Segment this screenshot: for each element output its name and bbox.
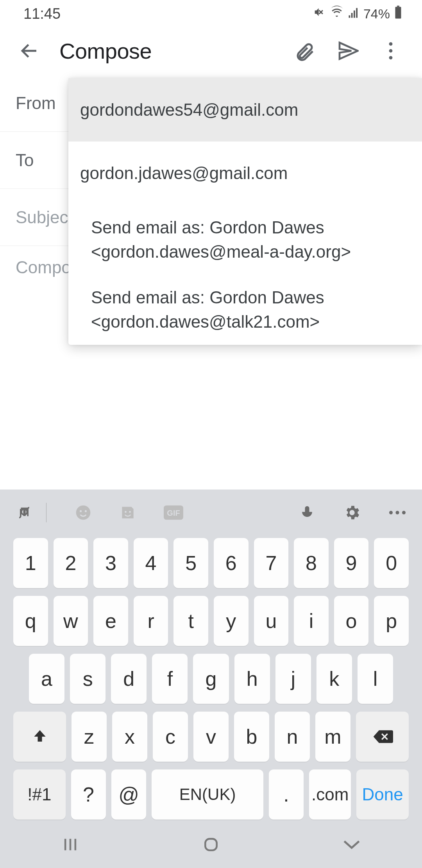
key-w[interactable]: w <box>54 596 88 646</box>
key-h[interactable]: h <box>234 654 270 704</box>
kb-row-bottom: !#1 ? @ EN(UK) . .com Done <box>13 769 409 820</box>
from-label: From <box>16 93 56 113</box>
kb-row-qwerty: q w e r t y u i o p <box>13 596 409 646</box>
from-option-1[interactable]: gordon.jdawes@gmail.com <box>68 142 422 205</box>
svg-point-13 <box>129 511 131 513</box>
key-f[interactable]: f <box>152 654 188 704</box>
svg-point-12 <box>125 511 127 513</box>
key-g[interactable]: g <box>193 654 229 704</box>
key-n[interactable]: n <box>275 712 310 762</box>
nav-home[interactable] <box>188 829 234 860</box>
subject-placeholder: Subject <box>16 208 73 227</box>
key-t[interactable]: t <box>173 596 208 646</box>
svg-text:GIF: GIF <box>167 509 180 517</box>
key-s[interactable]: s <box>70 654 106 704</box>
nav-back[interactable] <box>328 829 375 860</box>
svg-point-11 <box>85 510 87 512</box>
svg-point-18 <box>402 511 406 515</box>
key-l[interactable]: l <box>358 654 393 704</box>
key-6[interactable]: 6 <box>214 538 249 588</box>
kb-row-zxcv: z x c v b n m <box>13 712 409 762</box>
keyboard-toolbar: T GIF <box>0 490 422 536</box>
svg-rect-24 <box>205 839 216 850</box>
key-b[interactable]: b <box>234 712 269 762</box>
key-r[interactable]: r <box>134 596 168 646</box>
from-option-2[interactable]: Send email as: Gordon Dawes <gordon.dawe… <box>68 204 422 274</box>
key-4[interactable]: 4 <box>134 538 168 588</box>
app-bar-actions <box>293 39 410 63</box>
svg-point-10 <box>80 510 82 512</box>
key-y[interactable]: y <box>214 596 249 646</box>
key-done[interactable]: Done <box>356 769 409 820</box>
key-9[interactable]: 9 <box>334 538 369 588</box>
key-symbols[interactable]: !#1 <box>13 769 66 820</box>
key-7[interactable]: 7 <box>254 538 289 588</box>
kb-row-numbers: 1 2 3 4 5 6 7 8 9 0 <box>13 538 409 588</box>
key-5[interactable]: 5 <box>173 538 208 588</box>
svg-rect-2 <box>396 10 401 18</box>
key-c[interactable]: c <box>153 712 188 762</box>
mute-vibrate-icon <box>313 5 326 22</box>
attach-button[interactable] <box>293 39 316 63</box>
text-correction-icon[interactable]: T <box>16 504 33 521</box>
svg-rect-1 <box>397 5 399 7</box>
key-p[interactable]: p <box>374 596 409 646</box>
key-z[interactable]: z <box>72 712 107 762</box>
key-x[interactable]: x <box>112 712 147 762</box>
key-u[interactable]: u <box>254 596 289 646</box>
toolbar-divider <box>46 503 46 522</box>
more-button[interactable] <box>379 39 402 63</box>
svg-marker-4 <box>340 43 358 59</box>
key-e[interactable]: e <box>93 596 128 646</box>
sticker-icon[interactable] <box>119 504 136 521</box>
key-v[interactable]: v <box>193 712 229 762</box>
app-bar-title: Compose <box>47 38 293 64</box>
send-button[interactable] <box>336 39 359 63</box>
status-time: 11:45 <box>23 5 61 22</box>
mic-icon[interactable] <box>299 504 316 521</box>
key-m[interactable]: m <box>315 712 350 762</box>
key-q[interactable]: q <box>13 596 48 646</box>
svg-point-9 <box>76 506 91 520</box>
gif-icon[interactable]: GIF <box>164 505 183 520</box>
svg-point-17 <box>396 511 399 515</box>
key-i[interactable]: i <box>294 596 329 646</box>
expand-icon[interactable] <box>388 510 406 515</box>
wifi-icon <box>330 5 344 23</box>
nav-recents[interactable] <box>47 829 94 860</box>
from-dropdown: gordondawes54@gmail.com gordon.jdawes@gm… <box>68 78 422 345</box>
to-label: To <box>16 151 34 170</box>
battery-icon <box>394 5 402 23</box>
key-at[interactable]: @ <box>111 769 146 820</box>
back-button[interactable] <box>12 33 47 68</box>
app-bar: Compose <box>0 27 422 74</box>
svg-point-7 <box>389 56 393 59</box>
key-space[interactable]: EN(UK) <box>152 769 263 820</box>
svg-point-6 <box>389 49 393 53</box>
key-1[interactable]: 1 <box>13 538 48 588</box>
key-dot[interactable]: . <box>269 769 304 820</box>
status-right: 74% <box>313 5 402 23</box>
key-o[interactable]: o <box>334 596 369 646</box>
status-bar: 11:45 74% <box>0 0 422 27</box>
key-3[interactable]: 3 <box>93 538 128 588</box>
settings-icon[interactable] <box>343 504 361 522</box>
key-k[interactable]: k <box>316 654 352 704</box>
key-backspace[interactable] <box>356 712 409 762</box>
svg-point-16 <box>389 511 393 515</box>
key-0[interactable]: 0 <box>374 538 409 588</box>
keyboard: T GIF 1 2 3 4 5 6 7 8 <box>0 490 422 868</box>
key-a[interactable]: a <box>29 654 64 704</box>
svg-text:T: T <box>21 506 28 517</box>
emoji-icon[interactable] <box>75 504 92 521</box>
navigation-bar <box>0 821 422 868</box>
key-d[interactable]: d <box>111 654 147 704</box>
key-question[interactable]: ? <box>71 769 106 820</box>
key-dotcom[interactable]: .com <box>309 769 351 820</box>
key-8[interactable]: 8 <box>294 538 329 588</box>
key-shift[interactable] <box>13 712 66 762</box>
key-j[interactable]: j <box>275 654 311 704</box>
from-option-3[interactable]: Send email as: Gordon Dawes <gordon.dawe… <box>68 274 422 344</box>
key-2[interactable]: 2 <box>54 538 88 588</box>
from-option-0[interactable]: gordondawes54@gmail.com <box>68 78 422 142</box>
